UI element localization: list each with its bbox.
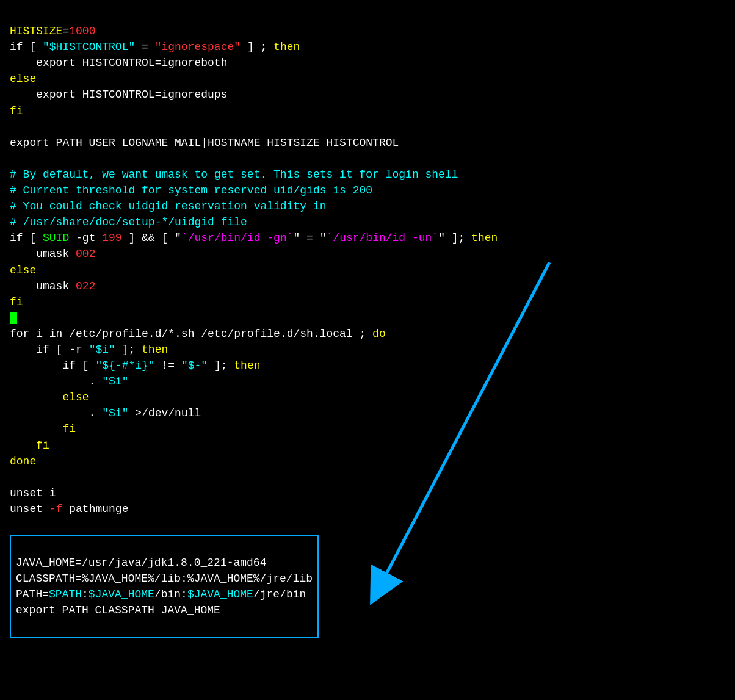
histsize-line: HISTSIZE — [10, 25, 62, 37]
cursor-block — [10, 312, 17, 324]
java-highlight-box: JAVA_HOME=/usr/java/jdk1.8.0_221-amd64 C… — [10, 535, 319, 638]
java-code-block: JAVA_HOME=/usr/java/jdk1.8.0_221-amd64 C… — [16, 539, 313, 635]
code-display: HISTSIZE=1000 if [ "$HISTCONTROL" = "ign… — [10, 7, 725, 533]
